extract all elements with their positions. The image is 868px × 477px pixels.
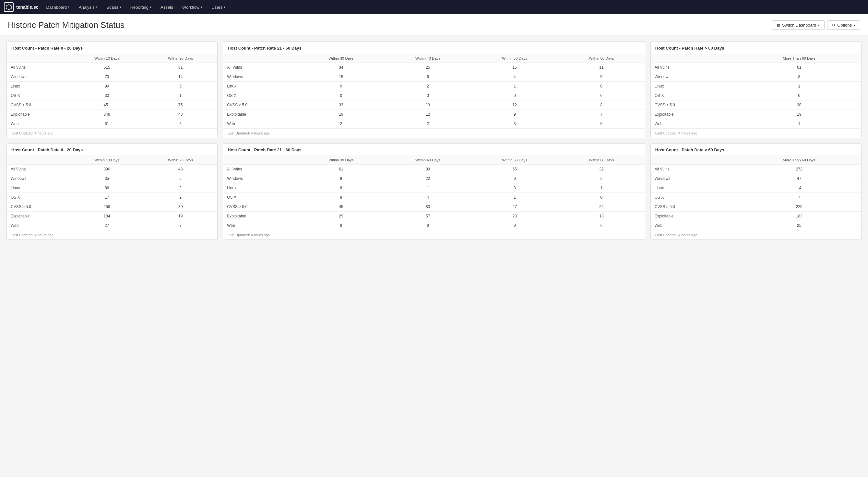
cell-value: 27 — [70, 221, 144, 230]
cell-value: 7 — [558, 110, 645, 119]
row-label: OS X — [223, 91, 298, 100]
svg-marker-0 — [6, 4, 11, 10]
data-table: More Than 60 DaysAll Vulns272Windows47Li… — [651, 156, 861, 230]
brand[interactable]: tenable.sc — [4, 2, 38, 12]
row-label: CVSS > 5.0 — [223, 202, 298, 212]
row-label: Windows — [7, 72, 70, 82]
nav-reporting[interactable]: Reporting ▾ — [126, 0, 156, 14]
chevron-down-icon: ▾ — [96, 5, 98, 9]
row-label: CVSS > 5.0 — [7, 100, 70, 110]
nav-workflow[interactable]: Workflow ▾ — [178, 0, 207, 14]
switch-dashboard-button[interactable]: ▦ Switch Dashboard ▾ — [772, 21, 825, 30]
cell-value: 6 — [558, 174, 645, 183]
cell-value: 89 — [384, 165, 471, 174]
nav-scans[interactable]: Scans ▾ — [102, 0, 126, 14]
page-title: Historic Patch Mitigation Status — [8, 20, 125, 30]
cell-value: 15 — [471, 63, 558, 72]
cell-value: 9 — [471, 174, 558, 183]
table-row: CVSS > 5.045175 — [7, 100, 217, 110]
cell-value: 390 — [70, 165, 144, 174]
options-button[interactable]: ⚙ Options ▾ — [827, 21, 860, 30]
cell-value: 70 — [70, 72, 144, 82]
cell-value: 15 — [298, 72, 384, 82]
table-row: OS X0 — [651, 91, 861, 100]
row-label: CVSS > 5.0 — [651, 100, 737, 110]
nav-analysis[interactable]: Analysis ▾ — [74, 0, 102, 14]
table-row: CVSS > 5.045832724 — [223, 202, 645, 212]
table-row: Windows47 — [651, 174, 861, 183]
cell-value: 0 — [558, 193, 645, 202]
cell-value: 1 — [144, 91, 217, 100]
cell-value: 2 — [144, 183, 217, 193]
nav-users[interactable]: Users ▾ — [207, 0, 230, 14]
cell-value: 615 — [70, 63, 144, 72]
main-content: Host Count - Patch Rate 0 - 20 DaysWithi… — [0, 35, 868, 246]
cell-value: 0 — [298, 82, 384, 91]
widget-patch-rate-0-20: Host Count - Patch Rate 0 - 20 DaysWithi… — [6, 41, 218, 138]
cell-value: 99 — [70, 82, 144, 91]
column-header: Within 30 Days — [298, 54, 384, 63]
cell-value: 1 — [471, 193, 558, 202]
cell-value: 2 — [298, 119, 384, 129]
cell-value: 1 — [737, 119, 861, 129]
row-label: Web — [7, 221, 70, 230]
cell-value: 0 — [384, 91, 471, 100]
row-label: Web — [651, 221, 737, 230]
cell-value: 61 — [737, 63, 861, 72]
cell-value: 3 — [471, 119, 558, 129]
row-label: CVSS > 5.0 — [651, 202, 737, 212]
cell-value: 0 — [558, 82, 645, 91]
row-label: Web — [223, 221, 298, 230]
cell-value: 30 — [144, 202, 217, 212]
data-table: Within 30 DaysWithin 40 DaysWithin 50 Da… — [223, 54, 645, 128]
table-row: Exploitable19 — [651, 110, 861, 119]
cell-value: 19 — [298, 110, 384, 119]
widget-footer: Last Updated: 4 hours ago — [7, 128, 217, 138]
cell-value: 45 — [298, 202, 384, 212]
column-header: Within 20 Days — [144, 156, 217, 165]
row-label: All Vulns — [223, 63, 298, 72]
column-header — [651, 156, 737, 165]
widget-footer: Last Updated: 4 hours ago — [7, 230, 217, 240]
table-row: All Vulns272 — [651, 165, 861, 174]
cell-value: 19 — [737, 110, 861, 119]
cell-value: 25 — [737, 221, 861, 230]
cell-value: 7 — [144, 221, 217, 230]
cell-value: 349 — [70, 110, 144, 119]
cell-value: 12 — [471, 100, 558, 110]
row-label: All Vulns — [7, 165, 70, 174]
cell-value: 12 — [384, 110, 471, 119]
chevron-down-icon: ▾ — [68, 5, 70, 9]
navbar: tenable.sc Dashboard ▾ Analysis ▾ Scans … — [0, 0, 868, 14]
row-label: Exploitable — [223, 212, 298, 221]
table-row: Windows15645 — [223, 72, 645, 82]
brand-logo — [4, 2, 13, 12]
column-header: Within 60 Days — [558, 156, 645, 165]
column-header — [223, 54, 298, 63]
nav-assets[interactable]: Assets — [156, 0, 178, 14]
cell-value: 55 — [471, 165, 558, 174]
cell-value: 183 — [737, 212, 861, 221]
cell-value: 8 — [298, 193, 384, 202]
column-header: Within 10 Days — [70, 156, 144, 165]
row-label: All Vulns — [7, 63, 70, 72]
cell-value: 9 — [471, 110, 558, 119]
column-header: Within 50 Days — [471, 156, 558, 165]
table-row: Exploitable29572018 — [223, 212, 645, 221]
chevron-down-icon: ▾ — [150, 5, 151, 9]
cell-value: 6 — [298, 183, 384, 193]
row-label: OS X — [7, 193, 70, 202]
cell-value: 451 — [70, 100, 144, 110]
row-label: Windows — [223, 72, 298, 82]
row-label: Linux — [7, 82, 70, 91]
table-row: OS X7 — [651, 193, 861, 202]
cell-value: 34 — [298, 63, 384, 72]
widget-title: Host Count - Patch Date 21 - 60 Days — [223, 144, 645, 156]
chevron-down-icon: ▾ — [201, 5, 202, 9]
table-row: CVSS > 5.038 — [651, 100, 861, 110]
row-label: Web — [223, 119, 298, 129]
column-header: Within 30 Days — [298, 156, 384, 165]
nav-dashboard[interactable]: Dashboard ▾ — [41, 0, 74, 14]
cell-value: 0 — [737, 91, 861, 100]
cell-value: 8 — [558, 100, 645, 110]
